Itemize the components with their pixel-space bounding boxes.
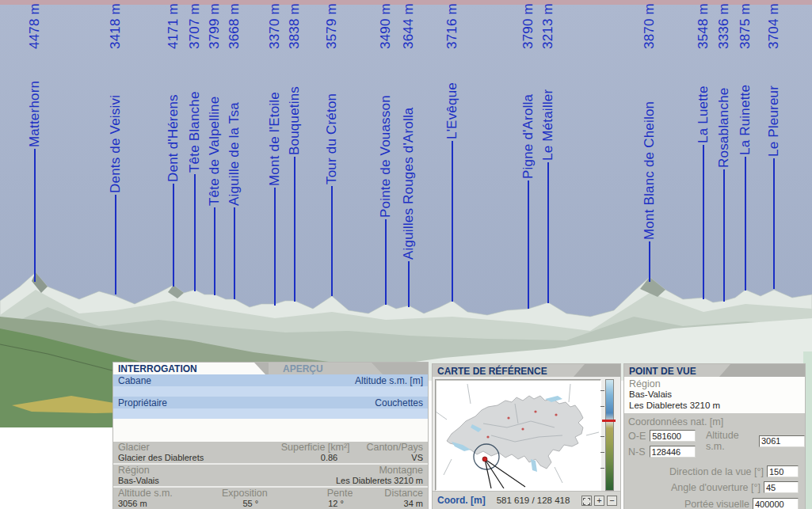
peak-elevation-label: 3870 m: [642, 3, 657, 49]
cabane-label: Cabane: [118, 375, 151, 386]
zoom-in-button[interactable]: +: [594, 496, 604, 506]
summit-dot: [507, 416, 509, 419]
peak-elevation-label: 3490 m: [379, 3, 393, 49]
fit-extent-button[interactable]: [581, 496, 592, 506]
colorbar-tick: [600, 390, 604, 391]
superficie-value: 0.86: [271, 453, 338, 462]
peak-elevation-label: 3418 m: [109, 3, 123, 49]
viewpoint-dot: [482, 457, 487, 462]
reference-map-panel: CARTE DE RÉFÉRENCE: [433, 364, 620, 509]
point-of-view-title: POINT DE VUE: [629, 366, 696, 377]
peak-name-label: L'Evêque: [445, 82, 459, 139]
peak-leader-line: [703, 145, 704, 299]
summit-dot: [521, 427, 524, 430]
peak-leader-line: [745, 157, 746, 291]
switzerland-map[interactable]: [435, 379, 601, 491]
angle-label: Angle d'ouverture [°]: [671, 482, 761, 493]
peak-elevation-label: 3799 m: [208, 3, 222, 49]
viewpoint-summary: Région Bas-Valais Les Diablerets 3210 m: [624, 377, 805, 413]
montagne-value: Les Diablerets 3210 m: [271, 476, 424, 485]
hut-row-2: Propriétaire Couchettes: [113, 397, 428, 408]
colorbar-tick: [600, 452, 604, 453]
peak-leader-line: [385, 219, 387, 305]
interrogation-panel: INTERROGATION APERÇU Cabane Altitude s.m…: [113, 363, 428, 509]
peak-leader-line: [274, 188, 276, 306]
peak-name-label: Aiguille de la Tsa: [227, 102, 242, 206]
distance-header: Distance: [353, 488, 423, 499]
peak-leader-line: [452, 141, 453, 302]
oe-input[interactable]: [650, 430, 696, 442]
peak-elevation-label: 3370 m: [268, 3, 282, 49]
point-of-view-header: POINT DE VUE: [624, 364, 805, 377]
montagne-header: Montagne: [271, 465, 424, 476]
altitude-label: Altitude s.m.: [706, 430, 756, 452]
peak-leader-line: [547, 162, 549, 303]
exposition-header: Exposition: [210, 488, 268, 499]
angle-input[interactable]: [764, 481, 799, 493]
ns-input[interactable]: [650, 446, 696, 458]
interrogation-tabbar: INTERROGATION APERÇU: [113, 363, 428, 374]
glacier-value: Glacier des Diablerets: [118, 453, 271, 462]
peak-elevation-label: 3704 m: [767, 3, 781, 49]
coords-nat-label: Coordonnées nat. [m]: [628, 416, 723, 427]
pente-value: 12 °: [258, 499, 344, 508]
reference-map-header: CARTE DE RÉFÉRENCE: [433, 364, 620, 377]
point-of-view-panel: POINT DE VUE Région Bas-Valais Les Diabl…: [624, 364, 805, 509]
peak-name-label: Le Métailler: [541, 89, 555, 161]
glacier-block: Glacier Superficie [km²] Canton/Pays Gla…: [113, 442, 428, 463]
peak-name-label: Dents de Veisivi: [109, 95, 123, 193]
peak-leader-line: [34, 149, 36, 282]
hut-value-row-1: [113, 386, 428, 397]
peak-name-label: Bouquetins: [288, 86, 302, 155]
peak-elevation-label: 4478 m: [28, 3, 42, 49]
summit-dot: [486, 435, 489, 438]
peak-elevation-label: 3644 m: [402, 3, 416, 49]
hut-row-1: Cabane Altitude s.m. [m]: [113, 374, 428, 386]
superficie-header: Superficie [km²]: [271, 443, 350, 453]
region-block: Région Montagne Bas-Valais Les Diableret…: [113, 465, 428, 486]
tab-apercu-label: APERÇU: [283, 363, 323, 374]
altitude-sm-value: 3056 m: [118, 499, 210, 508]
tab-interrogation[interactable]: INTERROGATION: [113, 363, 254, 374]
peak-elevation-label: 3579 m: [325, 3, 339, 49]
hut-value-row-2: [113, 408, 428, 419]
header-slant: [719, 364, 730, 377]
peak-name-label: Pigne d'Arolla: [521, 94, 536, 179]
peak-name-label: La Ruinette: [738, 85, 753, 155]
peak-name-label: Matterhorn: [28, 81, 42, 147]
zoom-out-button[interactable]: −: [607, 496, 617, 506]
colorbar-tick: [600, 468, 604, 469]
header-slant-fill: [585, 364, 620, 377]
couchettes-label: Couchettes: [375, 397, 423, 408]
tab-apercu[interactable]: APERÇU: [269, 363, 372, 374]
lake-maggiore: [531, 459, 537, 472]
peak-name-label: Tête de Valpelline: [208, 97, 222, 206]
tab-interrogation-label: INTERROGATION: [118, 363, 197, 374]
summit-dot: [555, 413, 557, 416]
visual-range-input[interactable]: [753, 498, 799, 509]
region-header: Région: [118, 465, 271, 476]
place-value: Les Diablerets 3210 m: [629, 401, 720, 410]
coord-bar: Coord. [m] 581 619 / 128 418 + −: [433, 491, 620, 509]
peak-name-label: Le Pleureur: [767, 85, 781, 157]
peak-elevation-label: 3875 m: [738, 3, 753, 49]
region-label: Région: [629, 378, 661, 389]
summit-dot: [534, 410, 536, 412]
peak-name-label: Aiguilles Rouges d'Arolla: [402, 107, 416, 260]
direction-label: Direction de la vue [°]: [669, 466, 764, 477]
visual-range-label: Portée visuelle: [684, 499, 749, 509]
direction-input[interactable]: [767, 465, 799, 477]
peak-name-label: Pointe de Vouasson: [379, 95, 393, 218]
peak-leader-line: [773, 158, 775, 289]
peak-name-label: Rosablanche: [717, 88, 731, 168]
peak-elevation-label: 3790 m: [521, 3, 536, 49]
peak-elevation-label: 3213 m: [541, 3, 555, 49]
peak-leader-line: [194, 174, 196, 291]
canton-value: VS: [337, 453, 423, 462]
peak-leader-line: [214, 207, 215, 295]
peak-leader-line: [408, 261, 410, 307]
view-cone-lines: [485, 459, 525, 488]
altitude-header-label: Altitude s.m. [m]: [355, 375, 423, 386]
altitude-input[interactable]: [759, 435, 805, 447]
peak-leader-line: [173, 184, 174, 287]
